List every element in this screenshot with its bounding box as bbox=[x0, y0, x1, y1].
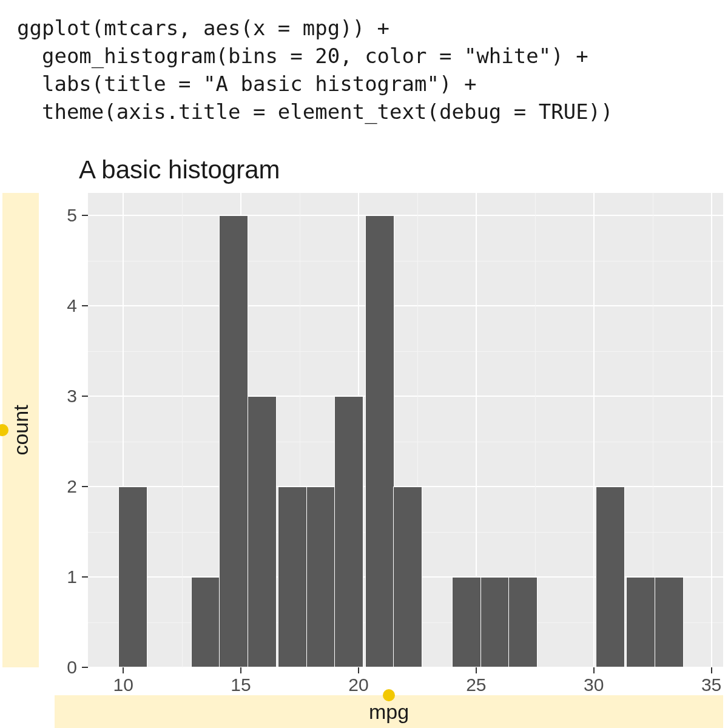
histogram-bar bbox=[191, 577, 220, 667]
y-tick-mark bbox=[82, 396, 88, 397]
y-tick-mark bbox=[82, 305, 88, 306]
histogram-bar bbox=[452, 577, 481, 667]
x-tick-mark bbox=[476, 667, 477, 673]
histogram-bar bbox=[365, 215, 394, 667]
x-tick-mark bbox=[593, 667, 595, 673]
histogram-bar bbox=[118, 487, 147, 667]
x-tick-mark bbox=[123, 667, 124, 673]
y-tick-mark bbox=[82, 215, 88, 216]
grid-minor-h bbox=[88, 351, 723, 352]
histogram-bar bbox=[655, 577, 684, 667]
grid-major-v bbox=[711, 193, 712, 667]
y-tick-mark bbox=[82, 667, 88, 668]
histogram-bar bbox=[626, 577, 655, 667]
histogram-bar bbox=[248, 396, 277, 667]
histogram-bar bbox=[278, 487, 307, 667]
grid-major-h bbox=[88, 215, 723, 216]
debug-anchor-dot-x bbox=[383, 689, 395, 701]
y-tick-mark bbox=[82, 486, 88, 487]
grid-minor-h bbox=[88, 261, 723, 261]
grid-major-v bbox=[593, 193, 595, 667]
histogram-bar bbox=[334, 396, 363, 667]
histogram-bar bbox=[306, 487, 335, 667]
plot-title: A basic histogram bbox=[79, 155, 280, 184]
x-tick-mark bbox=[711, 667, 712, 673]
histogram-bar bbox=[596, 487, 625, 667]
histogram-bar bbox=[219, 215, 248, 667]
x-tick-mark bbox=[358, 667, 359, 673]
y-tick-mark bbox=[82, 576, 88, 578]
plot-panel: 012345101520253035 bbox=[88, 193, 723, 667]
x-axis-title: mpg bbox=[369, 700, 409, 724]
histogram-bar bbox=[393, 487, 422, 667]
grid-major-h bbox=[88, 396, 723, 397]
x-tick-mark bbox=[240, 667, 241, 673]
grid-minor-h bbox=[88, 442, 723, 442]
histogram-bar bbox=[508, 577, 538, 667]
grid-minor-v bbox=[182, 193, 183, 667]
plot-container: A basic histogram count mpg 012345101520… bbox=[0, 137, 728, 728]
histogram-bar bbox=[480, 577, 510, 667]
grid-major-h bbox=[88, 305, 723, 306]
y-axis-title: count bbox=[9, 405, 33, 455]
r-code-block: ggplot(mtcars, aes(x = mpg)) + geom_hist… bbox=[0, 0, 728, 131]
